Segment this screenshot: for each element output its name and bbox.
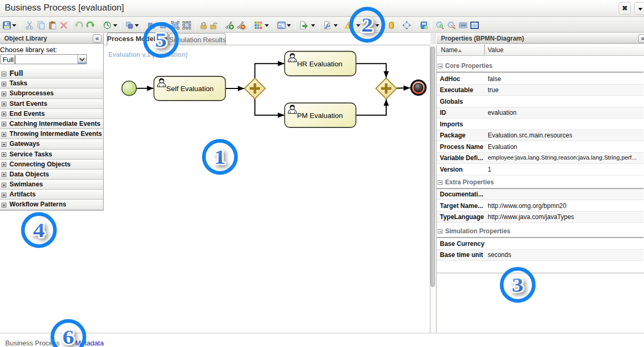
svg-text:1: 1: [214, 146, 226, 168]
svg-text:2: 2: [361, 14, 373, 36]
svg-text:5: 5: [155, 29, 167, 51]
svg-text:3: 3: [512, 274, 524, 296]
svg-text:6: 6: [63, 326, 74, 347]
svg-text:4: 4: [33, 219, 45, 241]
svg-text:Self Evaluation: Self Evaluation: [166, 85, 214, 93]
svg-text:HR Evaluation: HR Evaluation: [297, 60, 343, 68]
svg-text:PM Evaluation: PM Evaluation: [297, 112, 343, 120]
